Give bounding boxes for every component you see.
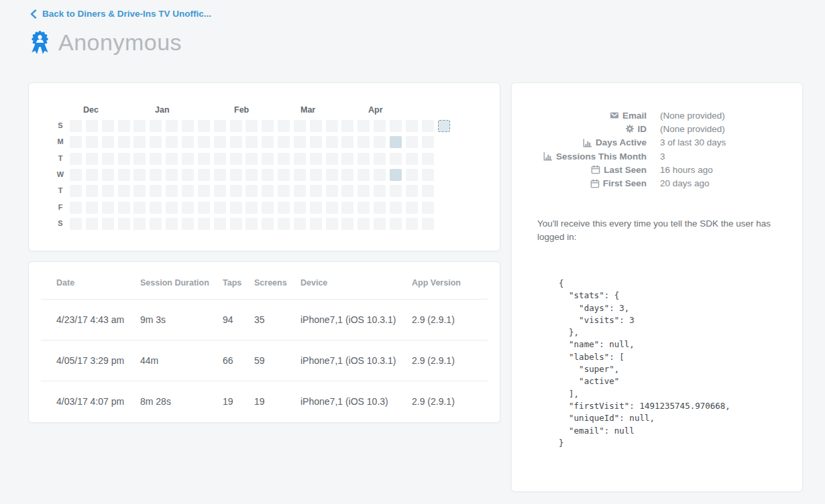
heatmap-cell[interactable] <box>133 218 146 230</box>
heatmap-cell[interactable] <box>102 185 114 197</box>
heatmap-cell[interactable] <box>182 136 194 148</box>
heatmap-cell[interactable] <box>341 218 353 230</box>
heatmap-cell[interactable] <box>118 185 130 197</box>
heatmap-cell[interactable] <box>150 136 162 148</box>
heatmap-cell[interactable] <box>70 202 82 214</box>
heatmap-cell[interactable] <box>133 185 146 197</box>
heatmap-cell[interactable] <box>198 153 210 165</box>
heatmap-cell[interactable] <box>326 218 338 230</box>
heatmap-cell[interactable] <box>214 120 226 132</box>
heatmap-cell[interactable] <box>166 185 178 197</box>
heatmap-cell[interactable] <box>390 202 402 214</box>
heatmap-cell[interactable] <box>214 202 226 214</box>
heatmap-cell[interactable] <box>390 218 402 230</box>
heatmap-cell[interactable] <box>150 120 162 132</box>
heatmap-cell[interactable] <box>422 120 434 132</box>
heatmap-cell[interactable] <box>198 169 210 181</box>
heatmap-cell[interactable] <box>390 136 402 148</box>
session-row[interactable]: 4/03/17 4:07 pm8m 28s1919iPhone7,1 (iOS … <box>41 381 488 422</box>
heatmap-cell[interactable] <box>86 120 98 132</box>
heatmap-cell[interactable] <box>310 120 322 132</box>
heatmap-cell[interactable] <box>406 136 418 148</box>
heatmap-cell[interactable] <box>310 153 322 165</box>
heatmap-cell[interactable] <box>358 202 370 214</box>
heatmap-cell[interactable] <box>422 169 434 181</box>
heatmap-cell[interactable] <box>245 185 258 197</box>
heatmap-cell[interactable] <box>198 120 210 132</box>
heatmap-cell[interactable] <box>166 120 178 132</box>
heatmap-cell[interactable] <box>310 169 322 181</box>
heatmap-cell[interactable] <box>198 185 210 197</box>
heatmap-cell[interactable] <box>230 202 242 214</box>
heatmap-cell[interactable] <box>102 169 114 181</box>
heatmap-cell[interactable] <box>326 185 338 197</box>
heatmap-cell[interactable] <box>278 185 290 197</box>
heatmap-cell[interactable] <box>406 185 418 197</box>
heatmap-cell[interactable] <box>390 185 402 197</box>
heatmap-cell[interactable] <box>166 218 178 230</box>
heatmap-cell[interactable] <box>278 218 290 230</box>
heatmap-cell[interactable] <box>230 136 242 148</box>
heatmap-cell[interactable] <box>294 185 306 197</box>
back-link[interactable]: Back to Diners & Drive-Ins TV Unoffic... <box>30 9 211 19</box>
heatmap-cell[interactable] <box>198 136 210 148</box>
heatmap-cell[interactable] <box>374 202 386 214</box>
heatmap-cell[interactable] <box>230 169 242 181</box>
heatmap-cell[interactable] <box>70 169 82 181</box>
heatmap-cell[interactable] <box>118 120 130 132</box>
heatmap-cell[interactable] <box>278 202 290 214</box>
heatmap-cell[interactable] <box>374 153 386 165</box>
heatmap-cell[interactable] <box>341 202 353 214</box>
heatmap-cell[interactable] <box>358 169 370 181</box>
heatmap-cell[interactable] <box>374 218 386 230</box>
heatmap-cell[interactable] <box>326 169 338 181</box>
heatmap-cell[interactable] <box>182 218 194 230</box>
heatmap-cell[interactable] <box>86 136 98 148</box>
heatmap-cell[interactable] <box>118 169 130 181</box>
heatmap-cell[interactable] <box>278 120 290 132</box>
heatmap-cell[interactable] <box>182 153 194 165</box>
heatmap-cell[interactable] <box>214 136 226 148</box>
heatmap-cell[interactable] <box>102 136 114 148</box>
heatmap-cell[interactable] <box>86 218 98 230</box>
heatmap-cell[interactable] <box>326 153 338 165</box>
heatmap-cell[interactable] <box>374 120 386 132</box>
heatmap-cell[interactable] <box>358 136 370 148</box>
heatmap-cell[interactable] <box>182 120 194 132</box>
heatmap-cell[interactable] <box>262 136 274 148</box>
heatmap-cell[interactable] <box>245 120 258 132</box>
heatmap-cell[interactable] <box>294 202 306 214</box>
heatmap-cell[interactable] <box>278 153 290 165</box>
heatmap-cell[interactable] <box>245 202 258 214</box>
heatmap-cell[interactable] <box>341 136 353 148</box>
heatmap-cell[interactable] <box>182 185 194 197</box>
heatmap-cell[interactable] <box>390 120 402 132</box>
heatmap-cell[interactable] <box>182 202 194 214</box>
heatmap-cell[interactable] <box>294 120 306 132</box>
session-row[interactable]: 4/05/17 3:29 pm44m6659iPhone7,1 (iOS 10.… <box>41 340 488 381</box>
heatmap-cell[interactable] <box>102 202 114 214</box>
heatmap-cell[interactable] <box>214 218 226 230</box>
heatmap-cell[interactable] <box>262 153 274 165</box>
heatmap-cell[interactable] <box>118 136 130 148</box>
heatmap-cell[interactable] <box>310 202 322 214</box>
heatmap-cell[interactable] <box>133 169 146 181</box>
heatmap-cell[interactable] <box>86 185 98 197</box>
heatmap-cell[interactable] <box>86 169 98 181</box>
heatmap-cell[interactable] <box>358 218 370 230</box>
heatmap-cell[interactable] <box>86 202 98 214</box>
heatmap-cell[interactable] <box>133 136 146 148</box>
heatmap-cell[interactable] <box>245 169 258 181</box>
heatmap-cell[interactable] <box>310 218 322 230</box>
heatmap-cell[interactable] <box>133 120 146 132</box>
heatmap-cell[interactable] <box>326 202 338 214</box>
heatmap-cell[interactable] <box>406 153 418 165</box>
heatmap-cell[interactable] <box>326 136 338 148</box>
heatmap-cell[interactable] <box>150 202 162 214</box>
heatmap-cell[interactable] <box>422 218 434 230</box>
heatmap-cell[interactable] <box>406 218 418 230</box>
heatmap-cell[interactable] <box>166 202 178 214</box>
heatmap-cell[interactable] <box>70 120 82 132</box>
heatmap-cell[interactable] <box>86 153 98 165</box>
heatmap-cell[interactable] <box>294 136 306 148</box>
